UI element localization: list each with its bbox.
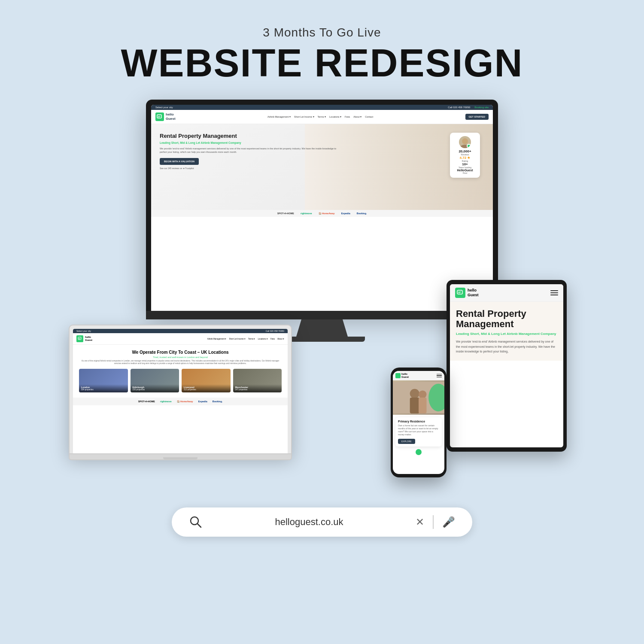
tablet-logo-text: hello Guest [468, 288, 479, 298]
location-overlay-edinburgh: Edinburgh 150 properties [131, 384, 179, 392]
hamburger-menu[interactable] [550, 290, 558, 295]
search-icon [189, 515, 203, 529]
phone-logo-icon [395, 373, 401, 378]
badge-reviews-count: 20,000+ [453, 149, 477, 153]
svg-rect-10 [458, 293, 460, 293]
location-card-other: Manchester 147 properties [233, 369, 282, 392]
tablet-screen: hello Guest Rental Property M [450, 284, 563, 447]
logo-text: hello Guest [166, 112, 176, 121]
tablet-hero: Rental Property Management Leading Short… [450, 302, 563, 361]
phone-content: hello Guest [393, 371, 444, 474]
topbar-booking: Booking site [474, 106, 489, 109]
desktop-monitor: Select your city Call 020 458 70950 Book… [146, 100, 498, 342]
phone-screen: hello Guest [393, 371, 444, 474]
nav-terms[interactable]: Terms ▾ [318, 115, 326, 118]
laptop-partner-book: Booking. [213, 400, 223, 403]
tablet-hero-subtitle: Leading Short, Mid & Long Let Airbnb Man… [456, 332, 557, 336]
tablet-nav: hello Guest [450, 284, 563, 302]
trustpilot-text: See our 245 reviews on ★ Trustpilot [160, 167, 338, 170]
monitor-screen: Select your city Call 020 458 70950 Book… [151, 105, 493, 311]
tablet-logo: hello Guest [455, 288, 479, 298]
site-nav: hello Guest Airbnb Management ▾ Short Le… [151, 110, 493, 124]
monitor-stand [296, 319, 348, 337]
laptop-nav-links: Airbnb Management ▾ Short Let Income ▾ T… [207, 338, 284, 340]
monitor-base [279, 337, 365, 342]
laptop-loc-subtitle: Tried, trusted and well-known in London … [79, 356, 282, 358]
partner-expedia: Expedia [341, 212, 350, 215]
search-bar[interactable]: helloguest.co.uk ✕ 🎤 [172, 507, 472, 537]
laptop-loc-desc: As one of the original Airbnb rental com… [79, 360, 282, 365]
hamburger-line-2 [550, 292, 558, 293]
laptop-partner-exp: Expedia [198, 400, 207, 403]
badge-name: HelloGuest [453, 169, 477, 172]
phone-card-desc: Own a home but are vacant for certain mo… [398, 424, 439, 436]
partner-booking: Booking. [357, 212, 367, 215]
nav-fees[interactable]: Fees [345, 115, 350, 118]
laptop-partner-spota: SPOT•A•HOME [138, 400, 155, 403]
phone-hamburger[interactable] [437, 374, 442, 378]
laptop-logo: hello Guest [76, 335, 92, 342]
hero-section: Rental Property Management Leading Short… [151, 124, 493, 210]
laptop-screen: Select your city Call 020 458 70950 [73, 329, 288, 453]
svg-rect-2 [158, 117, 160, 117]
tablet-frame: hello Guest Rental Property M [447, 280, 567, 452]
laptop-frame: Select your city Call 020 458 70950 [69, 325, 292, 454]
svg-rect-6 [79, 338, 81, 339]
main-title: WEBSITE REDESIGN [121, 44, 523, 82]
tablet: hello Guest Rental Property M [447, 280, 567, 452]
site-topbar: Select your city Call 020 458 70950 Book… [151, 105, 493, 110]
partner-rightmove: rightmove [301, 212, 312, 215]
nav-contact[interactable]: Contact [365, 115, 373, 118]
nav-about[interactable]: About ▾ [353, 115, 361, 118]
phone-explore-btn[interactable]: EXPLORE [398, 439, 415, 444]
hamburger-line-1 [550, 290, 558, 291]
phone-nav: hello Guest [393, 371, 444, 380]
tablet-hero-title: Rental Property Management [456, 309, 557, 329]
location-overlay-other: Manchester 147 properties [233, 384, 282, 392]
hero-content: Rental Property Management Leading Short… [160, 133, 338, 170]
laptop-locations: We Operate From City To Coast – UK Locat… [73, 345, 288, 398]
phone-card-title: Primary Residence [398, 420, 439, 423]
hero-cta-btn[interactable]: BEGIN WITH A VALUATION [160, 158, 199, 165]
partners-bar: SPOT•A•HOME rightmove 🏠 HomeAway Expedia… [151, 210, 493, 217]
svg-rect-1 [158, 116, 161, 116]
laptop-partners: SPOT•A•HOME rightmove 🏠 HomeAway Expedia… [73, 398, 288, 405]
svg-line-18 [197, 524, 201, 527]
location-card-liverpool: Liverpool 112 properties [182, 369, 231, 392]
hero-desc: We provide 'end-to-end' Airbnb managemen… [160, 147, 338, 154]
phone: hello Guest [391, 368, 447, 477]
laptop-partner-ha: 🏠 HomeAway [177, 400, 193, 403]
laptop-city-cards: London 304 properties Edinburgh 150 prop… [79, 369, 282, 392]
svg-rect-13 [410, 398, 419, 413]
hero-badge: 20,000+ Reviews 4.72 ★ Rating 10+ Years … [450, 133, 480, 178]
site-logo: hello Guest [155, 112, 176, 121]
phone-logo-text: hello Guest [401, 373, 409, 379]
badge-rating: 4.72 ★ [453, 156, 477, 160]
search-icon-wrapper [189, 515, 203, 529]
nav-airbnb[interactable]: Airbnb Management ▾ [267, 115, 291, 118]
subtitle: 3 Months To Go Live [121, 26, 523, 39]
phone-home-btn[interactable] [416, 449, 422, 455]
hamburger-line-3 [550, 295, 558, 295]
svg-point-14 [419, 391, 426, 398]
phone-hamburger-line3 [437, 377, 442, 378]
svg-point-12 [410, 389, 419, 398]
search-clear-icon[interactable]: ✕ [416, 516, 424, 528]
nav-income[interactable]: Short Let Income ▾ [294, 115, 314, 118]
phone-card: Primary Residence Own a home but are vac… [395, 417, 442, 447]
location-count-other: 147 properties [235, 389, 280, 391]
svg-rect-9 [458, 292, 461, 292]
location-card-london: London 304 properties [79, 369, 128, 392]
laptop-topbar-phone: Call 020 458 70950 [266, 330, 284, 332]
microphone-icon[interactable]: 🎤 [442, 516, 455, 528]
svg-rect-15 [419, 398, 426, 413]
badge-hosting: 10+ [453, 162, 477, 166]
nav-cta[interactable]: GET STARTED [465, 114, 489, 120]
nav-locations[interactable]: Locations ▾ [329, 115, 341, 118]
laptop-partner-rm: rightmove [160, 400, 172, 403]
laptop-logo-hello: hello [85, 336, 92, 339]
laptop: Select your city Call 020 458 70950 [69, 325, 292, 460]
tablet-hero-desc: We provide 'end-to-end' Airbnb managemen… [456, 339, 557, 354]
laptop-bottom [69, 454, 292, 460]
tablet-content: hello Guest Rental Property M [450, 284, 563, 447]
